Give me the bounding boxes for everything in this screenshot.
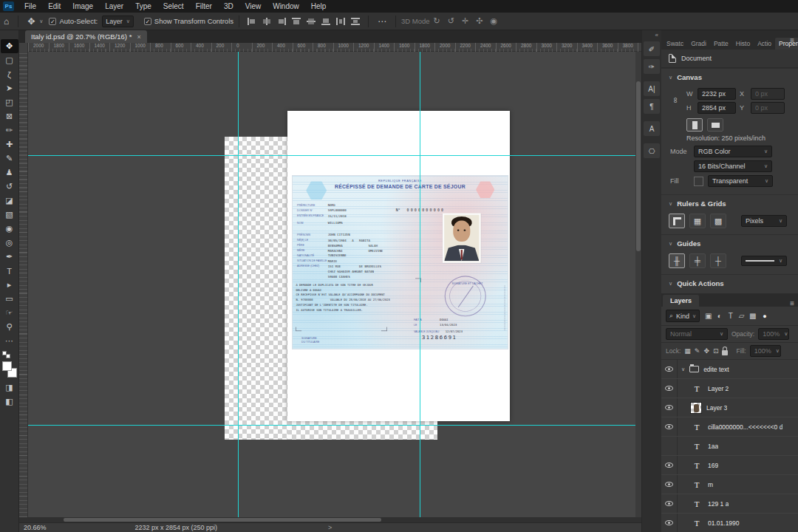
frame-tool[interactable]: ⊠ [1, 109, 18, 123]
quick-actions-section-header[interactable]: ∨ Quick Actions [661, 274, 798, 290]
blend-mode-dropdown[interactable]: Normal ∨ [666, 328, 728, 340]
eye-icon[interactable] [665, 386, 673, 391]
horizontal-guide[interactable] [28, 155, 641, 156]
eye-icon[interactable] [665, 463, 673, 468]
history-brush-tool[interactable]: ↺ [1, 180, 18, 194]
healing-brush-tool[interactable]: ✚ [1, 137, 18, 151]
lock-transparent-pixels-icon[interactable]: ▦ [684, 347, 691, 355]
layer-name[interactable]: 129 1 a [708, 500, 729, 508]
object-selection-tool[interactable]: ➤ [1, 81, 18, 95]
layer-content[interactable]: Layer 3 [678, 402, 727, 414]
layer-content[interactable]: T169 [678, 460, 718, 471]
x-input[interactable]: 0 px [751, 88, 785, 100]
layer-row[interactable]: TLayer 2 [661, 379, 798, 398]
close-icon[interactable]: × [137, 33, 140, 41]
layer-name[interactable]: 169 [708, 462, 718, 469]
glyphs-panel-icon[interactable]: A [644, 121, 660, 136]
auto-select-target-dropdown[interactable]: Layer ∨ [102, 16, 134, 27]
status-chevron-icon[interactable]: > [328, 524, 332, 531]
lock-position-icon[interactable]: ✥ [703, 347, 709, 355]
layer-row[interactable]: Tcilla0000000...<<<<<<<0 d [661, 417, 798, 437]
layer-visibility-cell[interactable] [661, 437, 678, 455]
menu-item-window[interactable]: Window [267, 0, 305, 13]
height-input[interactable]: 2854 px [698, 102, 736, 114]
layer-row[interactable]: ∨edite text [661, 360, 798, 379]
layer-content[interactable]: TLayer 2 [678, 383, 729, 395]
brush-settings-icon[interactable]: ✐ [644, 41, 660, 56]
fill-dropdown[interactable]: Transparent ∨ [708, 175, 773, 187]
guides-section-header[interactable]: ∨ Guides [661, 234, 798, 250]
canvas-section-header[interactable]: ∨ Canvas [661, 68, 798, 84]
layer-visibility-cell[interactable] [661, 514, 678, 532]
layer-content[interactable]: T1aa [678, 440, 718, 452]
layer-row[interactable]: T1aa [661, 437, 798, 456]
character-panel-icon[interactable]: A| [644, 81, 660, 96]
ruler-corner[interactable] [19, 43, 28, 52]
distribute-vertical-icon[interactable] [351, 18, 360, 25]
align-bottom-icon[interactable] [321, 18, 330, 25]
menu-item-select[interactable]: Select [157, 0, 190, 13]
blur-tool[interactable]: ◉ [1, 222, 18, 236]
filter-smart-objects-icon[interactable]: ▩ [747, 312, 758, 320]
layer-name[interactable]: 1aa [708, 443, 718, 450]
paragraph-panel-icon[interactable]: ¶ [644, 99, 660, 114]
layer-filtering-toggle[interactable]: ● [763, 313, 766, 320]
layer-row[interactable]: T01.01.1990 [661, 514, 798, 532]
scrollbar-thumb[interactable] [636, 81, 641, 251]
layer-visibility-cell[interactable] [661, 417, 678, 436]
menu-item-image[interactable]: Image [66, 0, 99, 13]
eyedropper-tool[interactable]: ✏ [1, 123, 18, 137]
layer-content[interactable]: T01.01.1990 [678, 517, 740, 529]
vertical-guide[interactable] [238, 52, 239, 517]
brush-tool[interactable]: ✎ [1, 151, 18, 166]
toggle-guides-button[interactable]: ╫ [669, 253, 685, 268]
layer-row[interactable]: T169 [661, 456, 798, 475]
screen-mode-button[interactable]: ◧ [1, 395, 18, 409]
layer-content[interactable]: Tcilla0000000...<<<<<<<0 d [678, 421, 782, 433]
eye-icon[interactable] [665, 424, 673, 429]
panel-tab-gradi[interactable]: Gradi [687, 38, 710, 50]
distribute-horizontal-icon[interactable] [336, 18, 345, 25]
crop-tool[interactable]: ◰ [1, 95, 18, 109]
panel-tab-actio[interactable]: Actio [754, 38, 775, 50]
align-center-vertical-icon[interactable] [307, 18, 316, 25]
vertical-guide[interactable] [420, 52, 420, 517]
menu-item-3d[interactable]: 3D [218, 0, 239, 13]
horizontal-scrollbar[interactable] [19, 517, 641, 522]
layer-visibility-cell[interactable] [661, 475, 678, 494]
toggle-grid-button[interactable]: ▦ [689, 214, 706, 228]
width-input[interactable]: 2232 px [698, 88, 736, 100]
more-options-icon[interactable]: ⋯ [374, 16, 390, 27]
menu-item-help[interactable]: Help [305, 0, 332, 13]
layer-thumbnail[interactable] [690, 402, 702, 414]
foreground-color[interactable] [2, 361, 12, 371]
color-mode-dropdown[interactable]: RGB Color ∨ [694, 146, 772, 157]
align-top-icon[interactable] [292, 18, 301, 25]
rulers-grids-section-header[interactable]: ∨ Rulers & Grids [661, 194, 798, 211]
grid-settings-button[interactable]: ▩ [710, 214, 726, 228]
lock-image-pixels-icon[interactable]: ✎ [695, 347, 700, 355]
layer-name[interactable]: Layer 3 [706, 404, 727, 412]
link-dimensions-icon[interactable]: ∞ [672, 98, 681, 103]
fill-opacity-dropdown[interactable]: 100% ∨ [750, 345, 781, 357]
dodge-tool[interactable]: ◎ [1, 236, 18, 250]
layer-row[interactable]: Layer 3 [661, 398, 798, 417]
marquee-tool[interactable]: ▢ [1, 53, 18, 67]
toggle-rulers-button[interactable] [669, 214, 685, 228]
residence-permit-document[interactable]: REPUBLIQUE FRANÇAISE RÉCÉPISSÉ DE DEMAND… [293, 176, 508, 349]
portrait-orientation-button[interactable] [686, 118, 703, 132]
horizontal-ruler[interactable]: 2000180016001400120010008006004002000200… [28, 43, 641, 52]
layer-row[interactable]: Tm [661, 475, 798, 494]
kind-filter-dropdown[interactable]: ⌕ Kind ∨ [666, 310, 700, 322]
layer-visibility-cell[interactable] [661, 379, 678, 398]
show-transform-checkbox[interactable]: ✓ [144, 18, 151, 25]
horizontal-guide[interactable] [28, 425, 641, 426]
vertical-scrollbar[interactable] [635, 52, 641, 517]
layer-name[interactable]: 01.01.1990 [708, 519, 740, 527]
lasso-tool[interactable]: ζ [1, 67, 18, 81]
filter-pixel-layers-icon[interactable]: ▣ [703, 312, 714, 320]
eye-icon[interactable] [665, 482, 673, 487]
move-tool-icon[interactable]: ✥ [24, 16, 38, 27]
layer-name[interactable]: edite text [703, 366, 729, 373]
panel-menu-icon[interactable]: ≡ [790, 36, 794, 44]
